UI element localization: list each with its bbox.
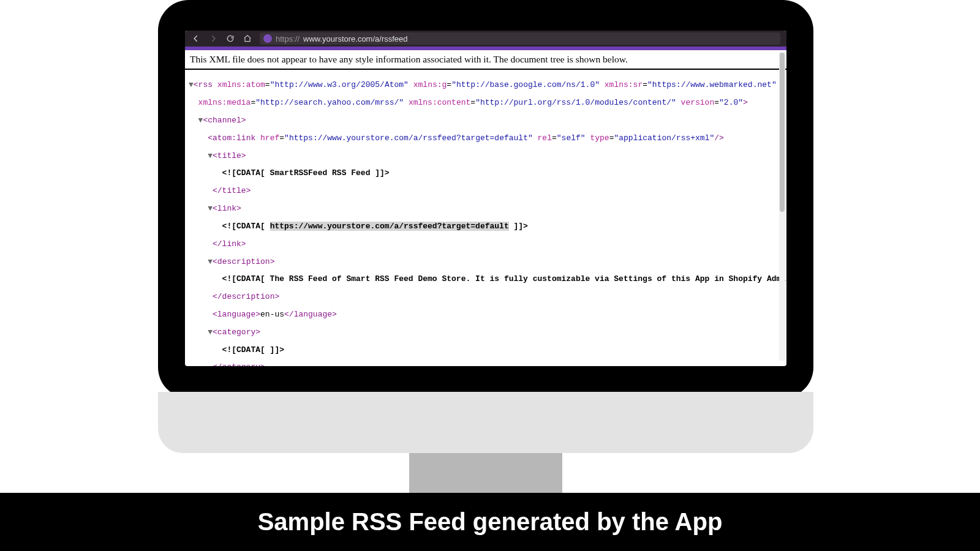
scrollbar-thumb[interactable] — [780, 53, 785, 212]
reload-icon[interactable] — [225, 34, 235, 43]
cdata: <![CDATA[ SmartRSSFeed RSS Feed ]]> — [222, 168, 390, 178]
caption-bar: Sample RSS Feed generated by the App — [0, 493, 980, 551]
monitor-chin — [158, 392, 813, 453]
xml-notice: This XML file does not appear to have an… — [185, 50, 786, 70]
monitor-bezel: https://www.yourstore.com/a/rssfeed This… — [158, 0, 813, 398]
url-text: www.yourstore.com/a/rssfeed — [303, 34, 408, 43]
address-bar[interactable]: https://www.yourstore.com/a/rssfeed — [260, 32, 780, 45]
xml-tree: ▼<rss xmlns:atom="http://www.w3.org/2005… — [185, 70, 786, 366]
forward-icon[interactable] — [208, 34, 218, 43]
scrollbar[interactable] — [779, 51, 785, 361]
url-protocol: https:// — [276, 34, 300, 43]
browser-toolbar: https://www.yourstore.com/a/rssfeed — [185, 31, 786, 47]
highlighted-url: https://www.yourstore.com/a/rssfeed?targ… — [270, 222, 509, 231]
home-icon[interactable] — [243, 34, 252, 43]
back-icon[interactable] — [191, 34, 201, 43]
site-identity-icon — [263, 34, 272, 43]
monitor-stand — [409, 453, 562, 496]
browser-window: https://www.yourstore.com/a/rssfeed This… — [185, 31, 786, 366]
caption-text: Sample RSS Feed generated by the App — [258, 508, 723, 536]
